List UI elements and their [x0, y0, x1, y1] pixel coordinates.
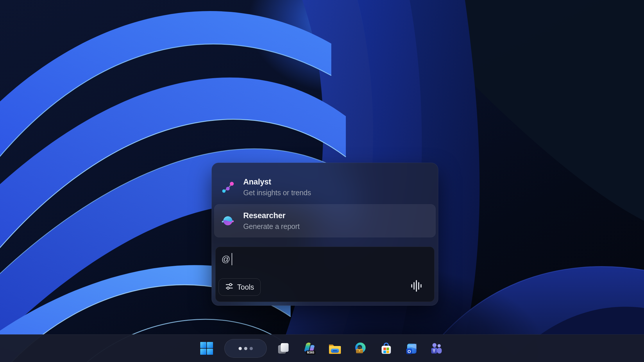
task-view-icon: [276, 341, 290, 355]
m365-copilot-icon: M365: [302, 341, 317, 356]
outlook-icon: O: [405, 341, 418, 355]
tools-label: Tools: [237, 283, 254, 291]
researcher-planet-icon: [221, 214, 235, 227]
folder-icon: [328, 341, 341, 355]
task-view-button[interactable]: [276, 341, 290, 355]
store-bag-icon: [379, 341, 393, 355]
svg-text:M365: M365: [307, 351, 314, 354]
copilot-pill-button[interactable]: [224, 339, 267, 358]
suggestion-subtitle: Get insights or trends: [243, 187, 311, 198]
desktop: Analyst Get insights or trends: [0, 0, 644, 362]
input-text: @: [221, 253, 230, 266]
suggestion-title: Analyst: [243, 177, 311, 187]
suggestion-subtitle: Generate a report: [243, 221, 300, 232]
prompt-input[interactable]: @: [221, 251, 428, 267]
teams-icon: T: [430, 341, 443, 355]
start-button[interactable]: [200, 341, 214, 355]
windows-start-icon: [200, 342, 213, 355]
tools-button[interactable]: Tools: [219, 278, 261, 296]
m365-copilot-button[interactable]: M365: [303, 341, 316, 355]
prompt-input-card: @ Tools: [215, 247, 434, 302]
analyst-trend-icon: [221, 180, 235, 194]
ellipsis-dot-icon: [239, 347, 242, 350]
edge-briefcase-icon: [353, 341, 367, 355]
ellipsis-dot-icon: [250, 347, 253, 350]
voice-waveform-icon[interactable]: [410, 279, 423, 292]
outlook-button[interactable]: O: [405, 341, 418, 355]
svg-text:T: T: [433, 349, 435, 353]
text-cursor: [232, 253, 232, 265]
suggestion-item-researcher[interactable]: Researcher Generate a report: [214, 204, 436, 237]
svg-text:O: O: [407, 349, 411, 354]
suggestion-title: Researcher: [243, 210, 300, 221]
suggestion-item-analyst[interactable]: Analyst Get insights or trends: [214, 171, 436, 204]
copilot-prompt-popup: Analyst Get insights or trends: [212, 163, 438, 306]
taskbar: M365: [0, 334, 644, 362]
teams-button[interactable]: T: [430, 341, 443, 355]
microsoft-store-button[interactable]: [379, 341, 393, 355]
edge-work-button[interactable]: [353, 341, 367, 355]
file-explorer-button[interactable]: [328, 341, 341, 355]
ellipsis-dot-icon: [244, 347, 247, 350]
sliders-icon: [225, 282, 233, 292]
